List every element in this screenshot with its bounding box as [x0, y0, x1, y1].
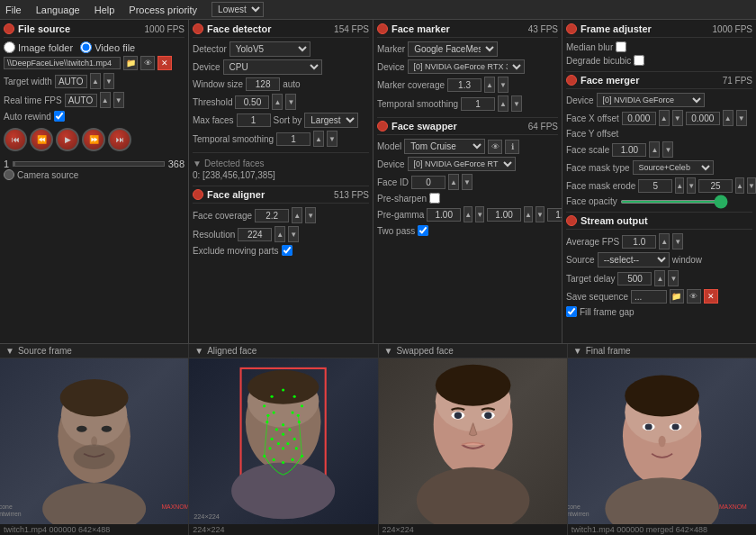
gamma-g-down[interactable]: ▼: [536, 206, 544, 222]
gamma-g-up[interactable]: ▲: [524, 206, 533, 222]
avg-fps-up[interactable]: ▲: [659, 233, 670, 249]
clear-button[interactable]: ✕: [158, 56, 172, 70]
threshold-input[interactable]: [235, 95, 269, 109]
skip-forward-button[interactable]: ⏭: [108, 128, 131, 151]
auto-rewind-checkbox[interactable]: [54, 111, 65, 122]
x-offset2-up[interactable]: ▲: [723, 110, 734, 126]
merger-device-select[interactable]: [0] NVIDIA GeForce: [597, 93, 705, 107]
detector-device-select[interactable]: CPU: [223, 59, 322, 75]
pre-sharpen-checkbox[interactable]: [429, 193, 440, 204]
video-file-radio[interactable]: Video file: [80, 41, 135, 53]
blur-down[interactable]: ▼: [747, 177, 756, 194]
resolution-up[interactable]: ▲: [274, 226, 285, 242]
marker-temporal-input[interactable]: [461, 97, 495, 111]
face-merger-power[interactable]: [566, 75, 577, 86]
avg-fps-down[interactable]: ▼: [672, 233, 683, 249]
pre-gamma-b[interactable]: [547, 208, 562, 222]
degrade-bicubic-checkbox[interactable]: [634, 55, 644, 66]
face-coverage-up[interactable]: ▲: [292, 207, 302, 223]
max-faces-input[interactable]: [237, 113, 271, 127]
pre-gamma-g[interactable]: [487, 208, 521, 222]
target-delay-input[interactable]: [617, 272, 652, 286]
face-mask-erode-input[interactable]: [638, 179, 672, 193]
median-blur-checkbox[interactable]: [616, 41, 626, 52]
face-swapper-power[interactable]: [377, 121, 388, 131]
target-width-input[interactable]: [55, 75, 87, 88]
face-mask-type-select[interactable]: Source+Celeb: [633, 160, 714, 175]
fps-down[interactable]: ▼: [113, 92, 124, 108]
menu-file[interactable]: File: [5, 5, 22, 15]
browse-button[interactable]: 📁: [123, 56, 138, 70]
marker-coverage-up[interactable]: ▲: [484, 77, 495, 93]
frame-adjuster-power[interactable]: [566, 23, 577, 34]
save-sequence-input[interactable]: [631, 290, 667, 304]
menu-help[interactable]: Help: [94, 5, 115, 15]
marker-temporal-up[interactable]: ▲: [498, 95, 508, 112]
face-marker-power[interactable]: [377, 23, 388, 34]
threshold-down[interactable]: ▼: [285, 94, 296, 110]
x-offset2-down[interactable]: ▼: [736, 110, 747, 126]
swapper-view-button[interactable]: 👁: [488, 140, 502, 154]
face-coverage-down[interactable]: ▼: [305, 207, 316, 223]
pre-gamma-r[interactable]: [427, 208, 461, 222]
image-folder-radio[interactable]: Image folder: [4, 41, 73, 53]
swapper-device-select[interactable]: [0] NVIDIA GeForce RTX: [408, 157, 516, 171]
x-offset-up[interactable]: ▲: [659, 110, 670, 126]
face-id-up[interactable]: ▲: [448, 174, 459, 190]
face-x-offset-input2[interactable]: [686, 112, 720, 125]
x-offset-down[interactable]: ▼: [672, 110, 683, 126]
gamma-r-down[interactable]: ▼: [475, 206, 484, 222]
resolution-input[interactable]: [238, 228, 272, 241]
marker-coverage-down[interactable]: ▼: [498, 77, 508, 93]
progress-bar[interactable]: [13, 161, 165, 167]
resolution-down[interactable]: ▼: [288, 226, 299, 242]
face-mask-blur-input[interactable]: [698, 179, 733, 193]
temporal-down[interactable]: ▼: [327, 131, 338, 147]
avg-fps-input[interactable]: [622, 235, 656, 249]
stream-source-select[interactable]: --select--: [598, 252, 670, 268]
threshold-up[interactable]: ▲: [272, 94, 283, 110]
menu-language[interactable]: Language: [36, 5, 80, 15]
two-pass-checkbox[interactable]: [418, 225, 428, 236]
stream-output-power[interactable]: [566, 215, 577, 226]
blur-up[interactable]: ▲: [735, 177, 744, 194]
video-file-input[interactable]: [80, 41, 92, 53]
marker-device-select[interactable]: [0] NVIDIA GeForce RTX 309: [408, 59, 525, 74]
fps-input[interactable]: [65, 94, 97, 107]
marker-temporal-down[interactable]: ▼: [511, 95, 522, 112]
priority-select[interactable]: Lowest: [212, 2, 264, 17]
sort-by-select[interactable]: Largest: [304, 113, 358, 128]
fill-frame-gap-checkbox[interactable]: [566, 306, 577, 317]
target-width-down[interactable]: ▼: [104, 73, 114, 89]
temporal-up[interactable]: ▲: [313, 131, 324, 147]
swapper-info-button[interactable]: ℹ: [505, 140, 519, 154]
temporal-smoothing-input[interactable]: [276, 132, 310, 146]
swapper-model-select[interactable]: Tom Cruise: [404, 139, 485, 154]
face-scale-down[interactable]: ▼: [662, 141, 673, 158]
play-button[interactable]: ▶: [56, 128, 79, 151]
exclude-moving-checkbox[interactable]: [282, 245, 292, 256]
prev-frame-button[interactable]: ⏪: [30, 128, 53, 151]
save-folder-button[interactable]: 📁: [670, 289, 684, 304]
face-opacity-slider[interactable]: [620, 200, 728, 204]
marker-select[interactable]: Google FaceMesh: [408, 41, 498, 57]
filename-input[interactable]: [4, 57, 121, 69]
view-button[interactable]: 👁: [140, 56, 155, 70]
skip-back-button[interactable]: ⏮: [4, 128, 27, 151]
erode-down[interactable]: ▼: [687, 177, 696, 194]
fps-up[interactable]: ▲: [100, 92, 111, 108]
face-aligner-power[interactable]: [193, 189, 203, 200]
image-folder-input[interactable]: [4, 41, 15, 53]
save-clear-button[interactable]: ✕: [704, 289, 718, 304]
face-detector-power[interactable]: [193, 23, 203, 34]
save-view-button[interactable]: 👁: [687, 289, 701, 304]
face-scale-input[interactable]: [612, 143, 646, 157]
detector-select[interactable]: YoloV5: [230, 41, 310, 57]
next-frame-button[interactable]: ⏩: [82, 128, 105, 151]
face-coverage-input[interactable]: [255, 209, 289, 222]
window-size-input[interactable]: [246, 77, 280, 91]
file-source-power[interactable]: [4, 23, 14, 34]
face-id-down[interactable]: ▼: [462, 174, 472, 190]
target-delay-down[interactable]: ▼: [668, 270, 679, 286]
marker-coverage-input[interactable]: [447, 78, 482, 92]
